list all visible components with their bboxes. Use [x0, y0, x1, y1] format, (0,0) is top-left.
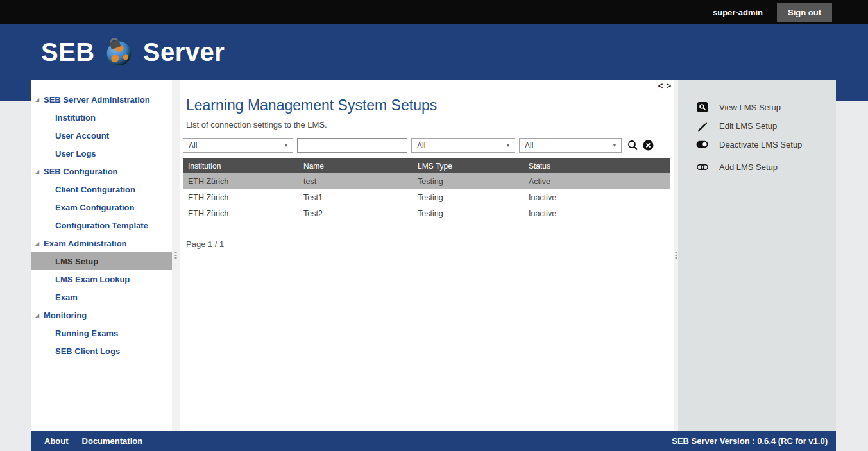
nav-item-seb-configuration[interactable]: ◢ SEB Configuration [31, 162, 172, 180]
tree-expand-icon[interactable]: ◢ [35, 169, 39, 174]
nav-label: Configuration Template [55, 221, 148, 230]
name-filter-input[interactable] [297, 138, 407, 153]
nav-label: Running Exams [55, 328, 118, 338]
nav-item-institution[interactable]: Institution [31, 108, 172, 126]
cell-name: test [298, 173, 413, 189]
splitter-grip-icon[interactable] [175, 252, 177, 260]
cell-lms-type: Testing [413, 189, 523, 205]
logo-text-seb: SEB [41, 38, 95, 67]
clear-filter-icon[interactable] [642, 140, 654, 151]
about-link[interactable]: About [44, 436, 69, 446]
logo-text-server: Server [143, 38, 225, 67]
collapse-left-icon[interactable]: < [658, 81, 663, 90]
nav-item-running-exams[interactable]: Running Exams [31, 324, 172, 342]
nav-label: Exam Configuration [55, 203, 135, 212]
add-lms-setup-action[interactable]: Add LMS Setup [696, 161, 836, 173]
cell-name: Test2 [298, 205, 413, 221]
view-icon [696, 102, 708, 113]
column-header-name[interactable]: Name [298, 158, 413, 173]
nav-label: Client Configuration [55, 185, 135, 194]
main-panel: < > Learning Management System Setups Li… [180, 80, 674, 431]
documentation-link[interactable]: Documentation [82, 436, 143, 446]
chevron-down-icon: ▼ [612, 142, 617, 148]
navigation-sidebar: ◢ SEB Server Administration Institution … [31, 80, 172, 431]
topbar: super-admin Sign out [0, 0, 868, 24]
nav-label: User Logs [55, 149, 96, 158]
footer: About Documentation SEB Server Version :… [31, 431, 836, 451]
sidebar-splitter[interactable] [172, 80, 180, 431]
action-panel-splitter[interactable] [674, 80, 678, 431]
nav-item-seb-client-logs[interactable]: SEB Client Logs [31, 342, 172, 360]
nav-item-monitoring[interactable]: ◢ Monitoring [31, 306, 172, 324]
column-header-lms-type[interactable]: LMS Type [413, 158, 523, 173]
filter-row: All ▼ All ▼ All ▼ [183, 138, 674, 153]
select-value: All [417, 141, 425, 150]
collapse-right-icon[interactable]: > [666, 81, 671, 90]
nav-item-user-account[interactable]: User Account [31, 126, 172, 144]
nav-label: SEB Client Logs [55, 346, 120, 356]
splitter-grip-icon[interactable] [675, 252, 677, 260]
add-icon [696, 162, 708, 173]
column-header-status[interactable]: Status [523, 158, 670, 173]
tree-expand-icon[interactable]: ◢ [35, 312, 39, 318]
nav-item-exam-configuration[interactable]: Exam Configuration [31, 198, 172, 216]
edit-lms-setup-action[interactable]: Edit LMS Setup [696, 120, 836, 132]
page-subtitle: List of connection settings to the LMS. [186, 120, 674, 130]
cell-institution: ETH Zürich [183, 189, 298, 205]
chevron-down-icon: ▼ [284, 142, 289, 148]
cell-lms-type: Testing [413, 205, 523, 221]
action-label: Deactivate LMS Setup [719, 140, 802, 149]
view-lms-setup-action[interactable]: View LMS Setup [696, 101, 836, 113]
nav-item-lms-exam-lookup[interactable]: LMS Exam Lookup [31, 270, 172, 288]
table-header-row: Institution Name LMS Type Status [183, 158, 670, 173]
nav-item-exam[interactable]: Exam [31, 288, 172, 306]
select-value: All [189, 141, 197, 150]
nav-label: Exam Administration [44, 239, 127, 248]
cell-status: Active [523, 173, 670, 189]
lms-setup-table: Institution Name LMS Type Status ETH Zür… [183, 158, 670, 221]
nav-label: Institution [55, 113, 96, 123]
deactivate-lms-setup-action[interactable]: Deactivate LMS Setup [696, 139, 836, 150]
table-row[interactable]: ETH Zürich Test2 Testing Inactive [183, 205, 670, 221]
nav-label: SEB Configuration [44, 167, 118, 176]
deactivate-icon [696, 139, 708, 150]
username: super-admin [713, 8, 763, 17]
tree-expand-icon[interactable]: ◢ [35, 241, 39, 246]
nav-item-client-configuration[interactable]: Client Configuration [31, 180, 172, 198]
cell-status: Inactive [523, 205, 670, 221]
nav-label: User Account [55, 131, 109, 140]
nav-label: Exam [55, 293, 78, 302]
app-logo: SEB [41, 37, 225, 67]
signout-button[interactable]: Sign out [777, 3, 832, 22]
action-label: Add LMS Setup [719, 162, 778, 172]
action-panel: View LMS Setup Edit LMS Setup Deactivate… [678, 80, 836, 431]
pagination-label: Page 1 / 1 [186, 239, 674, 249]
nav-item-configuration-template[interactable]: Configuration Template [31, 216, 172, 234]
action-label: Edit LMS Setup [719, 121, 777, 131]
edit-icon [696, 121, 708, 132]
nav-label: LMS Setup [55, 257, 98, 266]
nav-label: Monitoring [44, 311, 87, 320]
nav-item-exam-administration[interactable]: ◢ Exam Administration [31, 234, 172, 252]
cell-status: Inactive [523, 189, 670, 205]
institution-filter-select[interactable]: All ▼ [183, 138, 293, 153]
tree-expand-icon[interactable]: ◢ [35, 97, 39, 103]
column-header-institution[interactable]: Institution [183, 158, 298, 173]
globe-lock-icon [104, 37, 134, 67]
nav-item-lms-setup[interactable]: LMS Setup [31, 252, 172, 270]
select-value: All [525, 141, 533, 150]
cell-institution: ETH Zürich [183, 205, 298, 221]
cell-institution: ETH Zürich [183, 173, 298, 189]
status-filter-select[interactable]: All ▼ [519, 138, 622, 153]
nav-item-seb-server-administration[interactable]: ◢ SEB Server Administration [31, 90, 172, 108]
page-title: Learning Management System Setups [186, 97, 674, 114]
lms-type-filter-select[interactable]: All ▼ [411, 138, 515, 153]
version-label: SEB Server Version : 0.6.4 (RC for v1.0) [672, 436, 828, 446]
search-icon[interactable] [627, 140, 638, 151]
nav-item-user-logs[interactable]: User Logs [31, 144, 172, 162]
cell-lms-type: Testing [413, 173, 523, 189]
nav-label: SEB Server Administration [44, 95, 150, 105]
table-row[interactable]: ETH Zürich Test1 Testing Inactive [183, 189, 670, 205]
action-label: View LMS Setup [719, 103, 781, 112]
table-row[interactable]: ETH Zürich test Testing Active [183, 173, 670, 189]
